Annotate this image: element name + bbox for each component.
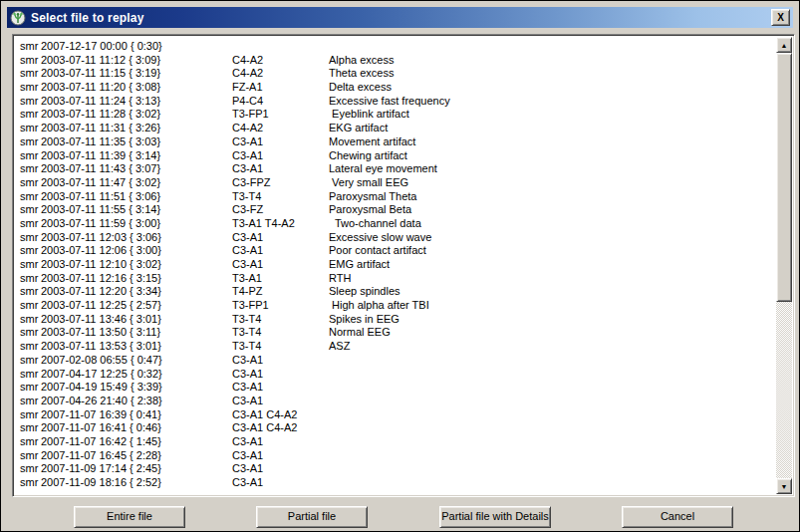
cell-channel: C3-A1 (232, 476, 329, 490)
cell-description: RTH (329, 272, 351, 286)
list-item[interactable]: smr2007-11-09 18:16 { 2:52}C3-A1 (20, 476, 774, 490)
cell-prefix: smr (20, 149, 41, 163)
arrow-up-icon: ▲ (781, 42, 788, 49)
list-item[interactable]: smr2007-11-07 16:45 { 2:28}C3-A1 (20, 449, 774, 463)
cell-prefix: smr (20, 162, 41, 176)
cell-channel: FZ-A1 (232, 81, 329, 95)
list-item[interactable]: smr2003-07-11 11:31 { 3:26}C4-A2EKG arti… (20, 122, 774, 135)
cell-description: Spikes in EEG (329, 313, 400, 327)
cell-channel: T3-T4 (232, 190, 329, 204)
list-item[interactable]: smr2003-07-11 11:24 { 3:13}P4-C4Excessiv… (20, 95, 774, 109)
list-item[interactable]: smr2007-12-17 00:00 { 0:30} (20, 40, 774, 54)
list-item[interactable]: smr2003-07-11 11:43 { 3:07}C3-A1Lateral … (20, 162, 774, 176)
cell-datetime: 2007-11-07 16:45 { 2:28} (41, 449, 232, 463)
cell-prefix: smr (20, 368, 41, 382)
cell-channel: C3-FPZ (232, 176, 329, 190)
cell-description: Chewing artifact (329, 149, 407, 163)
scrollbar-thumb[interactable] (776, 53, 792, 302)
cell-datetime: 2003-07-11 12:10 { 3:02} (41, 258, 232, 272)
list-item[interactable]: smr2003-07-11 11:35 { 3:03}C3-A1Movement… (20, 135, 774, 149)
list-item[interactable]: smr2007-04-19 15:49 { 3:39}C3-A1 (20, 381, 774, 395)
cell-datetime: 2003-07-11 11:31 { 3:26} (41, 122, 232, 135)
cell-description: Paroxysmal Theta (329, 190, 416, 204)
entire-file-button[interactable]: Entire file (74, 506, 185, 528)
cell-datetime: 2003-07-11 11:20 { 3:08} (41, 81, 232, 95)
list-item[interactable]: smr2003-07-11 12:06 { 3:00}C3-A1Poor con… (20, 244, 774, 258)
scroll-down-button[interactable]: ▼ (776, 478, 792, 494)
list-item[interactable]: smr2003-07-11 12:25 { 2:57}T3-FP1 High a… (20, 299, 774, 313)
cell-prefix: smr (20, 354, 41, 368)
app-icon (10, 10, 26, 26)
cell-prefix: smr (20, 421, 41, 435)
vertical-scrollbar[interactable]: ▲ ▼ (776, 37, 792, 494)
list-item[interactable]: smr2003-07-11 11:47 { 3:02}C3-FPZ Very s… (20, 176, 774, 190)
list-item[interactable]: smr2007-04-17 12:25 { 0:32}C3-A1 (20, 368, 774, 382)
file-listbox[interactable]: smr2007-12-17 00:00 { 0:30}smr2003-07-11… (12, 34, 795, 497)
list-item[interactable]: smr2003-07-11 12:20 { 3:34}T4-PZSleep sp… (20, 285, 774, 299)
cell-datetime: 2003-07-11 11:47 { 3:02} (41, 176, 232, 190)
partial-file-with-details-button[interactable]: Partial file with Details (439, 506, 551, 528)
cell-datetime: 2007-04-26 21:40 { 2:38} (41, 395, 232, 408)
scroll-up-button[interactable]: ▲ (776, 37, 792, 53)
list-item[interactable]: smr2003-07-11 11:55 { 3:14}C3-FZParoxysm… (20, 203, 774, 217)
cell-channel: C3-A1 C4-A2 (232, 421, 329, 435)
cancel-button[interactable]: Cancel (622, 506, 733, 528)
cell-datetime: 2007-04-17 12:25 { 0:32} (41, 368, 232, 382)
list-item[interactable]: smr2003-07-11 13:46 { 3:01}T3-T4Spikes i… (20, 313, 774, 327)
list-item[interactable]: smr2003-07-11 11:28 { 3:02}T3-FP1 Eyebli… (20, 108, 774, 122)
list-item[interactable]: smr2003-07-11 11:59 { 3:00}T3-A1 T4-A2 T… (20, 217, 774, 231)
cell-channel: T3-T4 (232, 313, 329, 327)
list-item[interactable]: smr2007-02-08 06:55 { 0:47}C3-A1 (20, 354, 774, 368)
cell-channel: T3-FP1 (232, 108, 329, 122)
partial-file-button[interactable]: Partial file (256, 506, 368, 528)
list-item[interactable]: smr2007-11-09 17:14 { 2:45}C3-A1 (20, 462, 774, 476)
title-bar[interactable]: Select file to replay X (7, 7, 793, 28)
list-item[interactable]: smr2003-07-11 11:15 { 3:19}C4-A2Theta ex… (20, 67, 774, 81)
cell-prefix: smr (20, 408, 41, 422)
cell-prefix: smr (20, 176, 41, 190)
cell-description: Lateral eye movement (329, 162, 437, 176)
list-item[interactable]: smr2003-07-11 13:53 { 3:01}T3-T4ASZ (20, 340, 774, 354)
cell-description: High alpha after TBI (329, 299, 429, 313)
list-item[interactable]: smr2003-07-11 11:12 { 3:09}C4-A2Alpha ex… (20, 54, 774, 68)
close-icon: X (777, 12, 784, 23)
list-item[interactable]: smr2003-07-11 12:03 { 3:06}C3-A1Excessiv… (20, 231, 774, 245)
cell-prefix: smr (20, 231, 41, 245)
cell-prefix: smr (20, 108, 41, 122)
cell-datetime: 2003-07-11 11:43 { 3:07} (41, 162, 232, 176)
list-item[interactable]: smr2003-07-11 13:50 { 3:11}T3-T4Normal E… (20, 326, 774, 340)
cell-datetime: 2003-07-11 11:59 { 3:00} (41, 217, 232, 231)
cell-prefix: smr (20, 476, 41, 490)
cell-prefix: smr (20, 285, 41, 299)
cell-description: ASZ (329, 340, 350, 354)
cell-datetime: 2003-07-11 11:55 { 3:14} (41, 203, 232, 217)
cell-channel: C3-A1 (232, 162, 329, 176)
window-title: Select file to replay (31, 11, 771, 25)
cell-channel: C4-A2 (232, 122, 329, 135)
cell-datetime: 2003-07-11 13:46 { 3:01} (41, 313, 232, 327)
cell-datetime: 2007-11-07 16:41 { 0:46} (41, 421, 232, 435)
cell-datetime: 2007-11-07 16:39 { 0:41} (41, 408, 232, 422)
list-item[interactable]: smr2007-11-07 16:41 { 0:46}C3-A1 C4-A2 (20, 421, 774, 435)
list-item[interactable]: smr2007-04-26 21:40 { 2:38}C3-A1 (20, 395, 774, 408)
list-item[interactable]: smr2003-07-11 12:16 { 3:15}T3-A1RTH (20, 272, 774, 286)
cell-channel: T3-A1 T4-A2 (232, 217, 329, 231)
cell-prefix: smr (20, 313, 41, 327)
list-item[interactable]: smr2003-07-11 11:39 { 3:14}C3-A1Chewing … (20, 149, 774, 163)
cell-prefix: smr (20, 203, 41, 217)
list-item[interactable]: smr2007-11-07 16:39 { 0:41}C3-A1 C4-A2 (20, 408, 774, 422)
cell-datetime: 2003-07-11 12:25 { 2:57} (41, 299, 232, 313)
cell-description: Excessive fast frequency (329, 95, 450, 109)
list-item[interactable]: smr2003-07-11 11:20 { 3:08}FZ-A1Delta ex… (20, 81, 774, 95)
cell-prefix: smr (20, 395, 41, 408)
cell-description: Theta excess (329, 67, 394, 81)
list-item[interactable]: smr2003-07-11 12:10 { 3:02}C3-A1EMG arti… (20, 258, 774, 272)
close-button[interactable]: X (771, 9, 790, 26)
list-item[interactable]: smr2003-07-11 11:51 { 3:06}T3-T4Paroxysm… (20, 190, 774, 204)
cell-channel: C3-A1 (232, 231, 329, 245)
cell-prefix: smr (20, 67, 41, 81)
cell-channel: C3-A1 (232, 258, 329, 272)
cell-description: Movement artifact (329, 135, 415, 149)
cell-prefix: smr (20, 435, 41, 449)
list-item[interactable]: smr2007-11-07 16:42 { 1:45}C3-A1 (20, 435, 774, 449)
